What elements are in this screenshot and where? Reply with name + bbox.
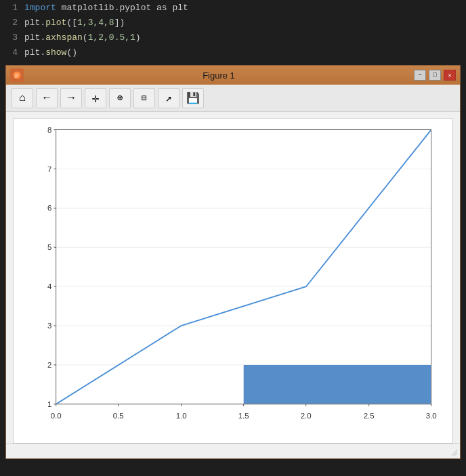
y-label-5: 5: [47, 243, 51, 251]
svg-text:P: P: [15, 73, 18, 80]
x-label-2.5: 2.5: [364, 412, 375, 420]
close-button[interactable]: ✕: [444, 70, 456, 81]
figure-title: Figure 1: [24, 70, 414, 81]
code-line-1: 1 import matplotlib.pyplot as plt: [0, 3, 466, 18]
line-number-4: 4: [0, 47, 24, 58]
x-label-2.0: 2.0: [301, 412, 312, 420]
code-line-3: 3 plt.axhspan(1,2,0.5,1): [0, 33, 466, 47]
code-line-4: 4 plt.show(): [0, 47, 466, 62]
zoom-button[interactable]: ⊕: [109, 88, 131, 108]
x-label-3.0: 3.0: [426, 412, 437, 420]
resize-grip[interactable]: [449, 448, 457, 456]
line-number-3: 3: [0, 33, 24, 43]
y-label-8: 8: [47, 126, 51, 134]
figure-window-controls: − □ ✕: [414, 70, 456, 81]
axhspan-rect: [244, 365, 431, 404]
pan-button[interactable]: ✛: [85, 88, 106, 108]
code-content-2: plt.plot([1,3,4,8]): [24, 18, 125, 28]
line-number-1: 1: [0, 3, 24, 13]
figure-window: P Figure 1 − □ ✕ ⌂ ← → ✛ ⊕ ⊟ ↗ 💾: [5, 65, 461, 459]
customize-button[interactable]: ↗: [158, 88, 179, 108]
plot-container: 1 2 3 4 5 6: [6, 112, 460, 443]
maximize-button[interactable]: □: [429, 70, 441, 81]
svg-line-26: [452, 450, 457, 456]
code-line-2: 2 plt.plot([1,3,4,8]): [0, 18, 466, 33]
subplots-button[interactable]: ⊟: [133, 88, 155, 108]
svg-rect-3: [56, 130, 431, 404]
x-label-1.5: 1.5: [238, 412, 249, 420]
figure-toolbar: ⌂ ← → ✛ ⊕ ⊟ ↗ 💾: [6, 85, 460, 112]
minimize-button[interactable]: −: [414, 70, 426, 81]
x-label-0.0: 0.0: [51, 412, 62, 420]
figure-app-icon: P: [10, 68, 24, 82]
save-button[interactable]: 💾: [182, 88, 204, 108]
plot-area[interactable]: 1 2 3 4 5 6: [13, 118, 453, 443]
y-label-7: 7: [47, 165, 51, 173]
x-label-0.5: 0.5: [113, 412, 124, 420]
line-number-2: 2: [0, 18, 24, 28]
y-label-4: 4: [47, 282, 52, 290]
code-content-1: import matplotlib.pyplot as plt: [24, 3, 188, 13]
plot-svg: 1 2 3 4 5 6: [14, 119, 452, 443]
code-editor: 1 import matplotlib.pyplot as plt 2 plt.…: [0, 0, 466, 65]
forward-button[interactable]: →: [60, 88, 82, 108]
statusbar: [6, 443, 460, 458]
svg-line-27: [454, 453, 457, 456]
figure-titlebar[interactable]: P Figure 1 − □ ✕: [6, 66, 460, 85]
code-content-4: plt.show(): [24, 47, 77, 58]
x-label-1.0: 1.0: [176, 412, 187, 420]
y-label-1: 1: [47, 400, 51, 408]
y-label-2: 2: [47, 361, 51, 369]
y-label-6: 6: [47, 204, 51, 212]
back-button[interactable]: ←: [36, 88, 58, 108]
code-content-3: plt.axhspan(1,2,0.5,1): [24, 33, 141, 43]
home-button[interactable]: ⌂: [12, 88, 33, 108]
y-label-3: 3: [47, 322, 51, 330]
